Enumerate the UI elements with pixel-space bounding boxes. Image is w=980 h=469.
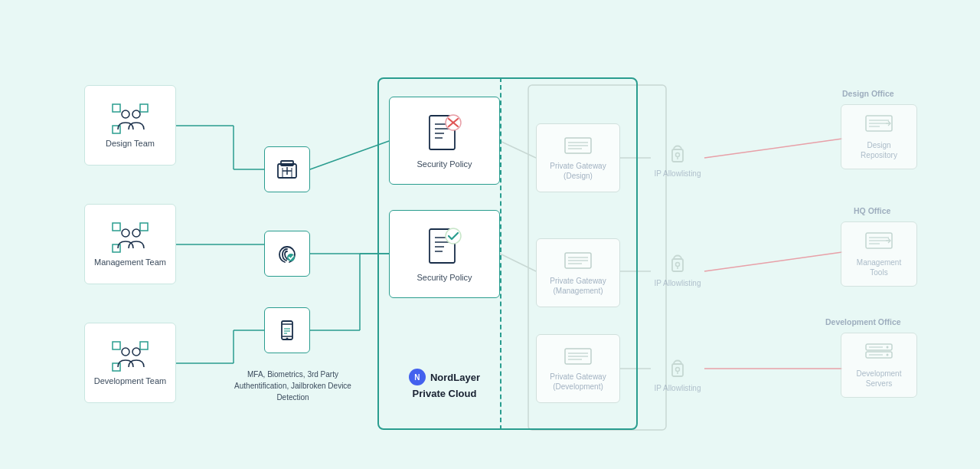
- ip-allowlisting-1: IP Allowlisting: [651, 127, 704, 189]
- development-servers-label: DevelopmentServers: [857, 369, 902, 389]
- nordlayer-logo-text: NordLayer: [430, 372, 480, 383]
- svg-rect-31: [113, 342, 120, 349]
- svg-rect-76: [672, 149, 683, 162]
- svg-point-42: [287, 254, 295, 261]
- dev-office-title: Development Office: [825, 317, 901, 326]
- security-policy-box-2: Security Policy: [389, 210, 500, 298]
- svg-point-35: [132, 348, 140, 356]
- ip-allowlisting-label-1: IP Allowlisting: [655, 169, 701, 178]
- gateway-development-label: Private Gateway(Development): [550, 372, 606, 392]
- svg-rect-22: [140, 104, 148, 112]
- nordlayer-logo-icon: N: [409, 369, 426, 385]
- ip-allowlisting-3: IP Allowlisting: [651, 342, 704, 403]
- management-team-label: Management Team: [94, 257, 166, 267]
- development-team-label: Development Team: [94, 376, 167, 385]
- auth-label: MFA, Biometrics, 3rd Party Authentificat…: [234, 369, 352, 403]
- mobile-connector: [264, 307, 310, 353]
- gateway-design-box: Private Gateway(Design): [536, 123, 620, 192]
- svg-point-30: [132, 229, 140, 237]
- svg-point-34: [122, 348, 129, 356]
- ip-allowlisting-label-3: IP Allowlisting: [655, 384, 701, 392]
- gateway-design-label: Private Gateway(Design): [550, 161, 606, 181]
- security-policy-label-2: Security Policy: [416, 273, 472, 282]
- svg-rect-28: [113, 244, 120, 252]
- svg-point-77: [676, 153, 680, 156]
- svg-point-95: [887, 346, 889, 348]
- svg-point-29: [122, 229, 129, 237]
- development-servers-box: DevelopmentServers: [841, 333, 917, 398]
- gateway-management-label: Private Gateway(Management): [550, 276, 606, 296]
- svg-point-96: [887, 353, 889, 356]
- svg-line-18: [704, 252, 842, 271]
- private-cloud-label: Private Cloud: [413, 388, 477, 399]
- main-diagram: Design Team Management Team Development …: [31, 20, 949, 449]
- design-team-label: Design Team: [106, 139, 155, 148]
- svg-rect-79: [672, 259, 683, 271]
- svg-rect-23: [113, 126, 120, 133]
- svg-rect-26: [113, 223, 120, 231]
- gateway-management-box: Private Gateway(Management): [536, 238, 620, 307]
- svg-rect-33: [113, 363, 120, 371]
- svg-rect-27: [140, 223, 148, 231]
- design-office-title: Design Office: [842, 89, 894, 98]
- nordlayer-branding: N NordLayer Private Cloud: [389, 369, 500, 399]
- svg-line-17: [704, 139, 842, 158]
- svg-rect-82: [672, 364, 683, 376]
- management-tools-label: ManagementTools: [857, 257, 901, 277]
- design-repository-box: DesignRepository: [841, 104, 917, 169]
- design-repository-label: DesignRepository: [861, 140, 897, 160]
- ip-allowlisting-label-2: IP Allowlisting: [655, 279, 701, 287]
- development-team-box: Development Team: [84, 323, 176, 403]
- svg-point-46: [286, 338, 289, 340]
- svg-rect-21: [113, 104, 120, 112]
- fingerprint-connector: [264, 231, 310, 277]
- gateway-development-box: Private Gateway(Development): [536, 334, 620, 403]
- svg-rect-32: [140, 342, 148, 349]
- svg-point-24: [122, 110, 129, 118]
- svg-point-83: [676, 367, 680, 371]
- security-policy-box-1: Security Policy: [389, 97, 500, 185]
- private-cloud-divider: [500, 77, 501, 430]
- management-team-box: Management Team: [84, 204, 176, 284]
- design-team-box: Design Team: [84, 85, 176, 166]
- svg-point-80: [676, 262, 680, 266]
- ip-allowlisting-2: IP Allowlisting: [651, 237, 704, 298]
- security-policy-label-1: Security Policy: [416, 159, 472, 169]
- auth-text: MFA, Biometrics, 3rd Party Authentificat…: [234, 370, 351, 402]
- hq-office-title: HQ Office: [854, 206, 890, 215]
- firewall-connector: [264, 146, 310, 192]
- management-tools-box: ManagementTools: [841, 221, 917, 287]
- svg-point-25: [132, 110, 140, 118]
- svg-rect-37: [281, 161, 293, 166]
